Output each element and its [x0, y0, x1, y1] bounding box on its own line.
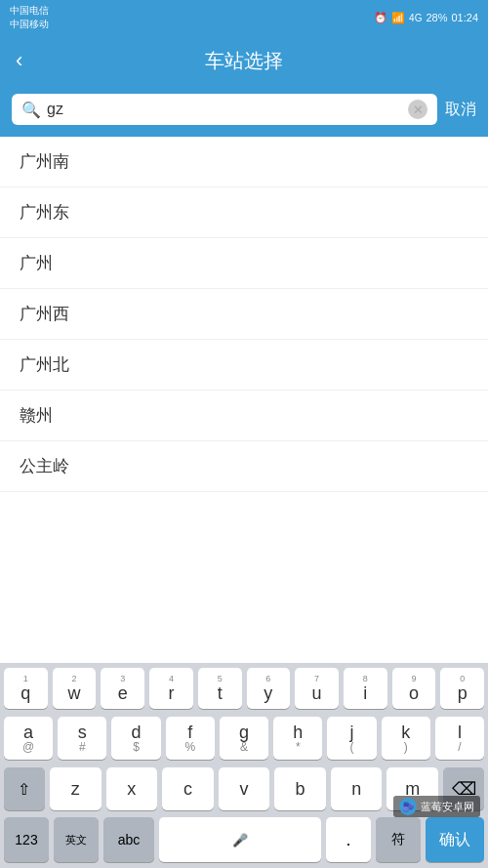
- carrier1: 中国电信: [10, 4, 49, 18]
- result-item-3[interactable]: 广州: [0, 238, 488, 289]
- confirm-key[interactable]: 确认: [426, 817, 484, 862]
- search-bar: 🔍 ✕ 取消: [0, 86, 488, 137]
- header: ‹ 车站选择: [0, 35, 488, 86]
- back-button[interactable]: ‹: [16, 48, 22, 73]
- search-input[interactable]: [47, 101, 402, 118]
- key-p-num[interactable]: 0p: [440, 668, 484, 709]
- key-o-num[interactable]: 9o: [392, 668, 436, 709]
- clock-icon: ⏰: [374, 12, 387, 24]
- key-space[interactable]: 🎤: [159, 817, 321, 862]
- result-item-7[interactable]: 公主岭: [0, 441, 488, 492]
- result-item-6[interactable]: 赣州: [0, 391, 488, 441]
- signal-icon: 4G: [409, 13, 422, 23]
- key-r-num[interactable]: 4r: [149, 668, 193, 709]
- keyboard-middle-row: a@ s# d$ f% g& h* j( k) l/: [0, 712, 488, 763]
- key-z[interactable]: z: [50, 767, 102, 810]
- key-symbol[interactable]: 符: [376, 817, 421, 862]
- result-item-1[interactable]: 广州南: [0, 137, 488, 187]
- wifi-icon: 📶: [391, 12, 405, 24]
- key-period[interactable]: .: [326, 817, 371, 862]
- status-bar: 中国电信 中国移动 ⏰ 📶 4G 28% 01:24: [0, 0, 488, 35]
- keyboard-special-row: 123 英文 abc 🎤 . 符 确认: [0, 813, 488, 868]
- clear-button[interactable]: ✕: [408, 100, 427, 119]
- result-item-5[interactable]: 广州北: [0, 340, 488, 391]
- carrier2: 中国移动: [10, 18, 49, 31]
- search-icon: 🔍: [21, 101, 41, 119]
- key-a[interactable]: a@: [4, 717, 53, 760]
- key-h[interactable]: h*: [273, 717, 322, 760]
- search-input-container: 🔍 ✕: [12, 94, 437, 125]
- key-s[interactable]: s#: [58, 717, 106, 760]
- key-u-num[interactable]: 7u: [295, 668, 339, 709]
- key-q-num[interactable]: 1q: [4, 668, 48, 709]
- keyboard-number-row: 1q 2w 3e 4r 5t 6y 7u 8i 9o 0p: [0, 663, 488, 712]
- key-n[interactable]: n: [331, 767, 383, 810]
- key-f[interactable]: f%: [166, 717, 215, 760]
- key-d[interactable]: d$: [111, 717, 160, 760]
- key-w-num[interactable]: 2w: [53, 668, 97, 709]
- key-k[interactable]: k): [382, 717, 430, 760]
- key-v[interactable]: v: [219, 767, 270, 810]
- backspace-key[interactable]: ⌫: [443, 767, 484, 810]
- battery-level: 28%: [426, 12, 447, 23]
- shift-key[interactable]: ⇧: [4, 767, 45, 810]
- key-l[interactable]: l/: [435, 717, 484, 760]
- status-right: ⏰ 📶 4G 28% 01:24: [374, 12, 478, 24]
- key-c[interactable]: c: [162, 767, 214, 810]
- key-j[interactable]: j(: [327, 717, 376, 760]
- key-numbers[interactable]: 123: [4, 817, 49, 862]
- page-title: 车站选择: [205, 48, 283, 74]
- result-item-2[interactable]: 广州东: [0, 187, 488, 238]
- keyboard: 1q 2w 3e 4r 5t 6y 7u 8i 9o 0p a@ s# d$ f…: [0, 663, 488, 868]
- key-i-num[interactable]: 8i: [344, 668, 387, 709]
- key-g[interactable]: g&: [220, 717, 268, 760]
- key-y-num[interactable]: 6y: [247, 668, 291, 709]
- key-t-num[interactable]: 5t: [198, 668, 242, 709]
- carrier-info: 中国电信 中国移动: [10, 4, 49, 31]
- key-abc[interactable]: abc: [103, 817, 154, 862]
- result-item-4[interactable]: 广州西: [0, 289, 488, 340]
- key-e-num[interactable]: 3e: [101, 668, 144, 709]
- keyboard-bottom-row: ⇧ z x c v b n m ⌫: [0, 763, 488, 813]
- key-language[interactable]: 英文: [54, 817, 99, 862]
- cancel-button[interactable]: 取消: [445, 100, 476, 120]
- key-m[interactable]: m: [386, 767, 438, 810]
- key-x[interactable]: x: [106, 767, 158, 810]
- time-display: 01:24: [451, 12, 478, 23]
- key-b[interactable]: b: [274, 767, 326, 810]
